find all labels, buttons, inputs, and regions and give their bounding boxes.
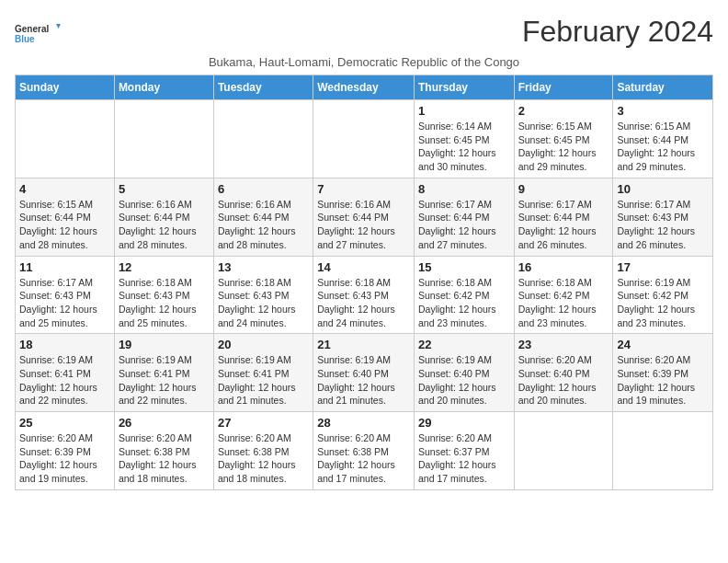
day-info: Sunrise: 6:16 AM Sunset: 6:44 PM Dayligh… [218, 198, 309, 252]
page-header: General Blue February 2024 [15, 15, 713, 52]
day-info: Sunrise: 6:14 AM Sunset: 6:45 PM Dayligh… [418, 120, 510, 174]
day-number: 27 [218, 416, 309, 430]
day-cell: 26Sunrise: 6:20 AM Sunset: 6:38 PM Dayli… [114, 412, 213, 490]
day-number: 14 [317, 260, 410, 274]
day-number: 15 [418, 260, 510, 274]
day-cell: 1Sunrise: 6:14 AM Sunset: 6:45 PM Daylig… [414, 100, 514, 178]
day-number: 17 [617, 260, 709, 274]
day-info: Sunrise: 6:20 AM Sunset: 6:38 PM Dayligh… [218, 431, 309, 486]
day-number: 10 [617, 182, 709, 196]
day-number: 26 [119, 416, 210, 430]
month-year-title: February 2024 [522, 15, 713, 49]
day-info: Sunrise: 6:17 AM Sunset: 6:43 PM Dayligh… [19, 276, 110, 330]
logo: General Blue [15, 15, 61, 52]
day-info: Sunrise: 6:18 AM Sunset: 6:43 PM Dayligh… [317, 276, 410, 330]
day-number: 2 [518, 104, 609, 118]
col-header-thursday: Thursday [414, 75, 514, 100]
col-header-monday: Monday [114, 75, 213, 100]
day-info: Sunrise: 6:17 AM Sunset: 6:43 PM Dayligh… [617, 198, 709, 252]
day-info: Sunrise: 6:15 AM Sunset: 6:44 PM Dayligh… [617, 120, 709, 174]
day-info: Sunrise: 6:19 AM Sunset: 6:41 PM Dayligh… [119, 353, 210, 408]
location-subtitle: Bukama, Haut-Lomami, Democratic Republic… [15, 55, 713, 69]
week-row-2: 4Sunrise: 6:15 AM Sunset: 6:44 PM Daylig… [16, 178, 713, 256]
day-info: Sunrise: 6:19 AM Sunset: 6:42 PM Dayligh… [617, 276, 709, 330]
day-number: 7 [317, 182, 410, 196]
day-cell: 5Sunrise: 6:16 AM Sunset: 6:44 PM Daylig… [114, 178, 213, 256]
day-number: 12 [119, 260, 210, 274]
day-info: Sunrise: 6:20 AM Sunset: 6:38 PM Dayligh… [317, 431, 410, 486]
day-cell: 28Sunrise: 6:20 AM Sunset: 6:38 PM Dayli… [313, 412, 415, 490]
day-info: Sunrise: 6:20 AM Sunset: 6:39 PM Dayligh… [19, 431, 110, 486]
day-number: 5 [119, 182, 210, 196]
day-info: Sunrise: 6:15 AM Sunset: 6:45 PM Dayligh… [518, 120, 609, 174]
day-cell: 11Sunrise: 6:17 AM Sunset: 6:43 PM Dayli… [16, 256, 115, 334]
week-row-3: 11Sunrise: 6:17 AM Sunset: 6:43 PM Dayli… [16, 256, 713, 334]
day-number: 23 [518, 338, 609, 351]
day-number: 19 [119, 338, 210, 351]
day-number: 24 [617, 338, 709, 351]
day-cell: 10Sunrise: 6:17 AM Sunset: 6:43 PM Dayli… [613, 178, 713, 256]
day-cell: 14Sunrise: 6:18 AM Sunset: 6:43 PM Dayli… [313, 256, 415, 334]
svg-text:Blue: Blue [15, 34, 35, 44]
calendar-header-row: SundayMondayTuesdayWednesdayThursdayFrid… [16, 75, 713, 100]
day-number: 21 [317, 338, 410, 351]
day-number: 8 [418, 182, 510, 196]
day-info: Sunrise: 6:16 AM Sunset: 6:44 PM Dayligh… [119, 198, 210, 252]
day-cell [16, 100, 115, 178]
day-info: Sunrise: 6:15 AM Sunset: 6:44 PM Dayligh… [19, 198, 110, 252]
day-cell: 22Sunrise: 6:19 AM Sunset: 6:40 PM Dayli… [414, 334, 514, 412]
day-info: Sunrise: 6:19 AM Sunset: 6:40 PM Dayligh… [317, 353, 410, 408]
day-cell: 29Sunrise: 6:20 AM Sunset: 6:37 PM Dayli… [414, 412, 514, 490]
logo-svg: General Blue [15, 15, 61, 52]
day-number: 29 [418, 416, 510, 430]
day-number: 22 [418, 338, 510, 351]
week-row-4: 18Sunrise: 6:19 AM Sunset: 6:41 PM Dayli… [16, 334, 713, 412]
day-info: Sunrise: 6:20 AM Sunset: 6:38 PM Dayligh… [119, 431, 210, 486]
col-header-tuesday: Tuesday [213, 75, 313, 100]
day-info: Sunrise: 6:20 AM Sunset: 6:37 PM Dayligh… [418, 431, 510, 486]
day-info: Sunrise: 6:19 AM Sunset: 6:41 PM Dayligh… [19, 353, 110, 408]
day-info: Sunrise: 6:20 AM Sunset: 6:39 PM Dayligh… [617, 353, 709, 408]
day-cell: 12Sunrise: 6:18 AM Sunset: 6:43 PM Dayli… [114, 256, 213, 334]
day-number: 4 [19, 182, 110, 196]
day-cell: 24Sunrise: 6:20 AM Sunset: 6:39 PM Dayli… [613, 334, 713, 412]
col-header-sunday: Sunday [16, 75, 115, 100]
day-info: Sunrise: 6:19 AM Sunset: 6:41 PM Dayligh… [218, 353, 309, 408]
day-number: 28 [317, 416, 410, 430]
col-header-wednesday: Wednesday [313, 75, 415, 100]
day-cell: 17Sunrise: 6:19 AM Sunset: 6:42 PM Dayli… [613, 256, 713, 334]
day-number: 6 [218, 182, 309, 196]
day-number: 9 [518, 182, 609, 196]
day-number: 18 [19, 338, 110, 351]
col-header-saturday: Saturday [613, 75, 713, 100]
day-cell: 13Sunrise: 6:18 AM Sunset: 6:43 PM Dayli… [213, 256, 313, 334]
day-info: Sunrise: 6:18 AM Sunset: 6:42 PM Dayligh… [418, 276, 510, 330]
day-info: Sunrise: 6:18 AM Sunset: 6:43 PM Dayligh… [119, 276, 210, 330]
day-cell: 2Sunrise: 6:15 AM Sunset: 6:45 PM Daylig… [514, 100, 613, 178]
day-number: 16 [518, 260, 609, 274]
col-header-friday: Friday [514, 75, 613, 100]
day-cell: 9Sunrise: 6:17 AM Sunset: 6:44 PM Daylig… [514, 178, 613, 256]
day-number: 1 [418, 104, 510, 118]
day-cell [313, 100, 415, 178]
day-number: 3 [617, 104, 709, 118]
day-cell [213, 100, 313, 178]
day-cell: 16Sunrise: 6:18 AM Sunset: 6:42 PM Dayli… [514, 256, 613, 334]
day-cell: 21Sunrise: 6:19 AM Sunset: 6:40 PM Dayli… [313, 334, 415, 412]
day-info: Sunrise: 6:20 AM Sunset: 6:40 PM Dayligh… [518, 353, 609, 408]
day-cell: 25Sunrise: 6:20 AM Sunset: 6:39 PM Dayli… [16, 412, 115, 490]
day-info: Sunrise: 6:17 AM Sunset: 6:44 PM Dayligh… [418, 198, 510, 252]
svg-marker-2 [56, 24, 61, 29]
day-cell: 18Sunrise: 6:19 AM Sunset: 6:41 PM Dayli… [16, 334, 115, 412]
day-cell: 15Sunrise: 6:18 AM Sunset: 6:42 PM Dayli… [414, 256, 514, 334]
day-number: 11 [19, 260, 110, 274]
calendar-table: SundayMondayTuesdayWednesdayThursdayFrid… [15, 75, 713, 490]
day-info: Sunrise: 6:18 AM Sunset: 6:42 PM Dayligh… [518, 276, 609, 330]
day-cell: 19Sunrise: 6:19 AM Sunset: 6:41 PM Dayli… [114, 334, 213, 412]
day-cell: 20Sunrise: 6:19 AM Sunset: 6:41 PM Dayli… [213, 334, 313, 412]
day-cell: 8Sunrise: 6:17 AM Sunset: 6:44 PM Daylig… [414, 178, 514, 256]
week-row-5: 25Sunrise: 6:20 AM Sunset: 6:39 PM Dayli… [16, 412, 713, 490]
day-number: 13 [218, 260, 309, 274]
day-info: Sunrise: 6:16 AM Sunset: 6:44 PM Dayligh… [317, 198, 410, 252]
day-cell: 4Sunrise: 6:15 AM Sunset: 6:44 PM Daylig… [16, 178, 115, 256]
